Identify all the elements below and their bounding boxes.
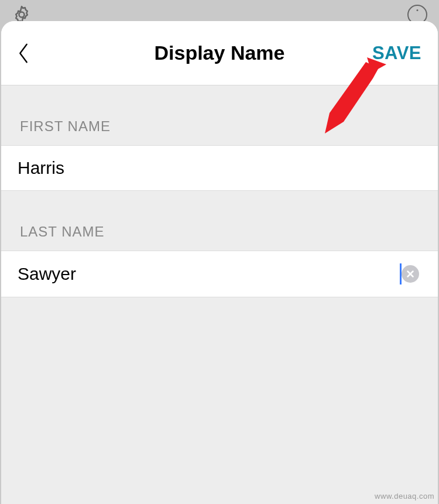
page-title: Display Name	[155, 42, 285, 64]
watermark-text: www.deuaq.com	[375, 492, 434, 500]
display-name-modal: Display Name SAVE FIRST NAME Harris LAST…	[1, 21, 438, 504]
navigation-bar: Display Name SAVE	[1, 21, 438, 85]
last-name-input-row[interactable]: Sawyer	[1, 251, 438, 297]
form-content: FIRST NAME Harris LAST NAME Sawyer	[1, 85, 438, 504]
first-name-header: FIRST NAME	[1, 85, 438, 145]
save-button[interactable]: SAVE	[372, 43, 421, 64]
last-name-input[interactable]: Sawyer	[18, 264, 399, 284]
last-name-header: LAST NAME	[1, 191, 438, 251]
text-cursor	[400, 263, 402, 284]
first-name-input[interactable]: Harris	[18, 158, 421, 178]
first-name-input-row[interactable]: Harris	[1, 145, 438, 191]
clear-input-button[interactable]	[402, 265, 419, 283]
back-button[interactable]	[18, 36, 41, 71]
chevron-left-icon	[18, 42, 29, 64]
close-icon	[406, 270, 414, 278]
svg-point-0	[19, 12, 24, 17]
